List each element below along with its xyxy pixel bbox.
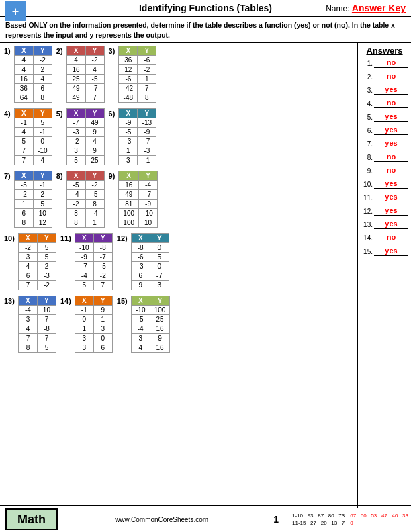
logo: + <box>5 1 26 21</box>
answer-num-1: 1. <box>361 60 373 67</box>
table-num-13: 13) <box>4 297 15 305</box>
table-15: XY -10100 -525 -416 39 416 <box>131 296 171 353</box>
answer-10: 10. yes <box>361 179 408 189</box>
table-group-15: 15) XY -10100 -525 -416 39 416 <box>117 296 171 353</box>
main-content: 1) XY 4-2 42 164 366 648 2) XY 4-2 164 2… <box>0 43 411 508</box>
footer-math-label: Math <box>5 508 58 530</box>
table-row-3: 7) XY -5-1 -22 15 610 812 8) XY -5-2 -4-… <box>4 171 353 228</box>
footer-scores-row2: 0 <box>350 519 408 527</box>
answer-5: 5. yes <box>361 112 408 122</box>
table-8: XY -5-2 -4-5 -28 8-4 81 <box>66 171 105 228</box>
table-row-1: 1) XY 4-2 42 164 366 648 2) XY 4-2 164 2… <box>4 46 353 103</box>
table-num-12: 12) <box>117 234 128 242</box>
table-group-6: 6) XY -9-13 -5-9 -3-7 1-3 3-1 <box>109 108 157 165</box>
answer-num-2: 2. <box>361 73 373 81</box>
table-num-10: 10) <box>4 234 15 242</box>
answer-15: 15. yes <box>361 247 408 256</box>
tables-area: 1) XY 4-2 42 164 366 648 2) XY 4-2 164 2… <box>0 43 357 508</box>
answer-14: 14. no <box>361 233 408 242</box>
answer-key-label: Answer Key <box>352 3 406 13</box>
answer-val-2: no <box>374 72 408 81</box>
answer-9: 9. no <box>361 166 408 175</box>
answer-2: 2. no <box>361 72 408 81</box>
footer-scores-row1: 67 60 53 47 40 33 <box>350 512 408 519</box>
answer-11: 11. yes <box>361 193 408 202</box>
footer-url: www.CommonCoreSheets.com <box>63 516 260 523</box>
table-group-11: 11) XY -10-8 -9-7 -7-5 -4-2 57 <box>60 233 113 290</box>
table-10: XY -25 35 42 6-3 7-2 <box>18 233 56 290</box>
footer: Math www.CommonCoreSheets.com 1 1-10 93 … <box>0 505 411 532</box>
table-num-4: 4) <box>4 109 11 118</box>
answer-num-15: 15. <box>361 248 373 255</box>
table-group-14: 14) XY -19 01 13 30 36 <box>60 296 113 353</box>
table-num-11: 11) <box>60 234 71 242</box>
table-num-5: 5) <box>56 109 63 118</box>
table-3: XY 36-6 12-2 -61 -427 -488 <box>118 46 156 103</box>
table-group-1: 1) XY 4-2 42 164 366 648 <box>4 46 52 103</box>
table-group-4: 4) XY -15 4-1 50 7-10 74 <box>4 108 52 165</box>
table-12: XY -80 -65 -30 6-7 93 <box>131 233 169 290</box>
answer-7: 7. yes <box>361 139 408 148</box>
table-num-8: 8) <box>56 172 63 180</box>
answer-12: 12. yes <box>361 206 408 216</box>
answer-val-3: yes <box>374 85 408 95</box>
answer-1: 1. no <box>361 58 408 68</box>
answer-val-1: no <box>374 58 408 68</box>
table-group-8: 8) XY -5-2 -4-5 -28 8-4 81 <box>56 171 105 228</box>
table-9: XY 16-4 49-7 81-9 100-10 10010 <box>118 171 158 228</box>
table-num-14: 14) <box>60 297 71 305</box>
table-6: XY -9-13 -5-9 -3-7 1-3 3-1 <box>118 108 156 165</box>
footer-page: 1 <box>273 514 279 525</box>
table-num-6: 6) <box>109 109 116 118</box>
table-11: XY -10-8 -9-7 -7-5 -4-2 57 <box>75 233 113 290</box>
answer-num-4: 4. <box>361 100 373 107</box>
answer-num-5: 5. <box>361 114 373 121</box>
table-num-15: 15) <box>117 297 128 305</box>
answer-num-11: 11. <box>361 194 373 202</box>
table-num-9: 9) <box>109 172 116 180</box>
answer-num-13: 13. <box>361 221 373 228</box>
answer-num-3: 3. <box>361 87 373 94</box>
table-num-1: 1) <box>4 47 11 55</box>
table-group-13: 13) XY -410 37 4-8 77 85 <box>4 296 56 353</box>
footer-stats-row1: 1-10 93 87 80 73 <box>292 512 345 519</box>
answer-val-4: no <box>374 99 408 108</box>
instructions-text: Based ONLY on the information presented,… <box>5 21 395 39</box>
table-4: XY -15 4-1 50 7-10 74 <box>14 108 52 165</box>
table-group-5: 5) XY -749 -39 -24 39 525 <box>56 108 105 165</box>
table-group-2: 2) XY 4-2 164 25-5 49-7 497 <box>56 46 105 103</box>
answer-num-9: 9. <box>361 167 373 175</box>
answer-3: 3. yes <box>361 85 408 95</box>
answer-val-14: no <box>374 233 408 242</box>
answer-4: 4. no <box>361 99 408 108</box>
answer-6: 6. yes <box>361 126 408 135</box>
answer-13: 13. yes <box>361 220 408 229</box>
answer-val-5: yes <box>374 112 408 122</box>
answer-num-7: 7. <box>361 140 373 148</box>
answer-val-11: yes <box>374 193 408 202</box>
answer-8: 8. no <box>361 152 408 162</box>
table-group-9: 9) XY 16-4 49-7 81-9 100-10 10010 <box>109 171 158 228</box>
answer-val-6: yes <box>374 126 408 135</box>
footer-stats-row2: 11-15 27 20 13 7 <box>292 519 345 527</box>
answers-header: Answers <box>361 46 408 56</box>
answer-val-15: yes <box>374 247 408 256</box>
table-7: XY -5-1 -22 15 610 812 <box>14 171 52 228</box>
answer-val-8: no <box>374 152 408 162</box>
answer-val-13: yes <box>374 220 408 229</box>
page-title: Identifying Functions (Tables) <box>139 3 272 13</box>
table-row-5: 13) XY -410 37 4-8 77 85 14) XY -19 01 1… <box>4 296 353 353</box>
table-group-7: 7) XY -5-1 -22 15 610 812 <box>4 171 52 228</box>
table-2: XY 4-2 164 25-5 49-7 497 <box>66 46 105 103</box>
answer-num-12: 12. <box>361 208 373 215</box>
answer-val-10: yes <box>374 179 408 189</box>
table-num-2: 2) <box>56 47 63 55</box>
table-group-12: 12) XY -80 -65 -30 6-7 93 <box>117 233 169 290</box>
answer-val-7: yes <box>374 139 408 148</box>
table-row-2: 4) XY -15 4-1 50 7-10 74 5) XY -749 -39 … <box>4 108 353 165</box>
answer-num-8: 8. <box>361 154 373 161</box>
table-row-4: 10) XY -25 35 42 6-3 7-2 11) XY -10-8 -9… <box>4 233 353 290</box>
table-13: XY -410 37 4-8 77 85 <box>18 296 56 353</box>
answer-num-10: 10. <box>361 181 373 188</box>
table-num-7: 7) <box>4 172 11 180</box>
